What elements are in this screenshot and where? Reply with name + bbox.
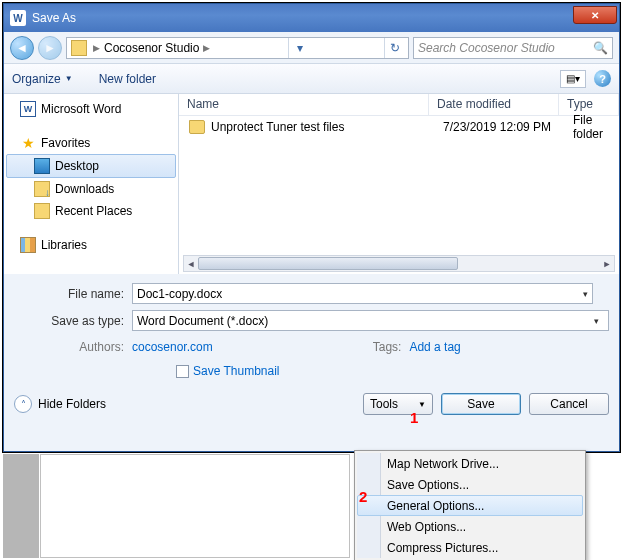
authors-label: Authors:	[4, 340, 132, 354]
horizontal-scrollbar[interactable]: ◄ ►	[183, 255, 615, 272]
sidebar-item-favorites[interactable]: ★ Favorites	[6, 132, 176, 154]
tags-label: Tags:	[373, 340, 410, 354]
recent-icon	[34, 203, 50, 219]
address-dropdown[interactable]: ▾	[288, 38, 310, 58]
scrollbar-thumb[interactable]	[198, 257, 458, 270]
chevron-down-icon: ▼	[65, 74, 73, 83]
navigation-sidebar: W Microsoft Word ★ Favorites Desktop Dow…	[4, 94, 179, 274]
search-placeholder: Search Cocosenor Studio	[418, 41, 555, 55]
search-input[interactable]: Search Cocosenor Studio 🔍	[413, 37, 613, 59]
thumbnail-label[interactable]: Save Thumbnail	[193, 364, 280, 378]
file-name: Unprotect Tuner test files	[211, 120, 443, 134]
sidebar-item-downloads[interactable]: Downloads	[6, 178, 176, 200]
desktop-icon	[34, 158, 50, 174]
title-bar[interactable]: W Save As ✕	[4, 4, 619, 32]
sidebar-item-word[interactable]: W Microsoft Word	[6, 98, 176, 120]
save-button[interactable]: Save	[441, 393, 521, 415]
form-area: File name: ▾ Save as type: Word Document…	[4, 274, 619, 424]
breadcrumb-current[interactable]: Cocosenor Studio	[104, 41, 199, 55]
column-name[interactable]: Name	[179, 94, 429, 115]
file-list: Name Date modified Type Unprotect Tuner …	[179, 94, 619, 274]
chevron-down-icon: ▼	[418, 400, 426, 409]
chevron-up-icon: ˄	[14, 395, 32, 413]
sidebar-item-recent[interactable]: Recent Places	[6, 200, 176, 222]
file-row[interactable]: Unprotect Tuner test files 7/23/2019 12:…	[179, 116, 619, 138]
cancel-button[interactable]: Cancel	[529, 393, 609, 415]
navigation-bar: ◄ ► ▶ Cocosenor Studio ▶ ▾ ↻ Search Coco…	[4, 32, 619, 64]
thumbnail-checkbox[interactable]	[176, 365, 189, 378]
close-button[interactable]: ✕	[573, 6, 617, 24]
authors-value[interactable]: cocosenor.com	[132, 340, 213, 354]
column-type[interactable]: Type	[559, 94, 619, 115]
menu-web-options[interactable]: Web Options...	[357, 516, 583, 537]
tools-button[interactable]: Tools ▼	[363, 393, 433, 415]
star-icon: ★	[20, 135, 36, 151]
new-folder-button[interactable]: New folder	[99, 72, 156, 86]
search-icon: 🔍	[593, 41, 608, 55]
column-date[interactable]: Date modified	[429, 94, 559, 115]
view-options-button[interactable]: ▤▾	[560, 70, 586, 88]
menu-map-network-drive[interactable]: Map Network Drive...	[357, 453, 583, 474]
tools-dropdown-menu: Map Network Drive... Save Options... Gen…	[354, 450, 586, 560]
sidebar-item-desktop[interactable]: Desktop	[6, 154, 176, 178]
scroll-left-icon[interactable]: ◄	[184, 256, 198, 271]
menu-compress-pictures[interactable]: Compress Pictures...	[357, 537, 583, 558]
folder-icon	[189, 120, 205, 134]
window-title: Save As	[32, 11, 76, 25]
downloads-icon	[34, 181, 50, 197]
background-document	[40, 454, 350, 558]
back-button[interactable]: ◄	[10, 36, 34, 60]
tags-value[interactable]: Add a tag	[409, 340, 460, 354]
menu-general-options[interactable]: General Options...	[357, 495, 583, 516]
filename-dropdown[interactable]: ▾	[577, 289, 593, 299]
filename-input[interactable]	[132, 283, 593, 304]
refresh-button[interactable]: ↻	[384, 38, 406, 58]
forward-button[interactable]: ►	[38, 36, 62, 60]
file-date: 7/23/2019 12:09 PM	[443, 120, 573, 134]
background-shadow	[3, 454, 39, 558]
savetype-combo[interactable]: Word Document (*.docx) ▾	[132, 310, 609, 331]
word-app-icon: W	[10, 10, 26, 26]
breadcrumb-sep-icon: ▶	[199, 43, 214, 53]
breadcrumb-sep-icon: ▶	[89, 43, 104, 53]
file-type: File folder	[573, 113, 619, 141]
folder-icon	[71, 40, 87, 56]
command-bar: Organize ▼ New folder ▤▾ ?	[4, 64, 619, 94]
hide-folders-button[interactable]: ˄ Hide Folders	[14, 395, 106, 413]
column-headers: Name Date modified Type	[179, 94, 619, 116]
chevron-down-icon: ▾	[588, 316, 604, 326]
savetype-label: Save as type:	[4, 314, 132, 328]
help-button[interactable]: ?	[594, 70, 611, 87]
libraries-icon	[20, 237, 36, 253]
organize-menu[interactable]: Organize ▼	[12, 72, 73, 86]
scroll-right-icon[interactable]: ►	[600, 256, 614, 271]
address-bar[interactable]: ▶ Cocosenor Studio ▶ ▾ ↻	[66, 37, 409, 59]
word-icon: W	[20, 101, 36, 117]
filename-label: File name:	[4, 287, 132, 301]
sidebar-item-libraries[interactable]: Libraries	[6, 234, 176, 256]
save-as-dialog: W Save As ✕ ◄ ► ▶ Cocosenor Studio ▶ ▾ ↻…	[3, 3, 620, 452]
menu-save-options[interactable]: Save Options...	[357, 474, 583, 495]
dialog-footer: ˄ Hide Folders Tools ▼ Save Cancel	[4, 384, 619, 424]
